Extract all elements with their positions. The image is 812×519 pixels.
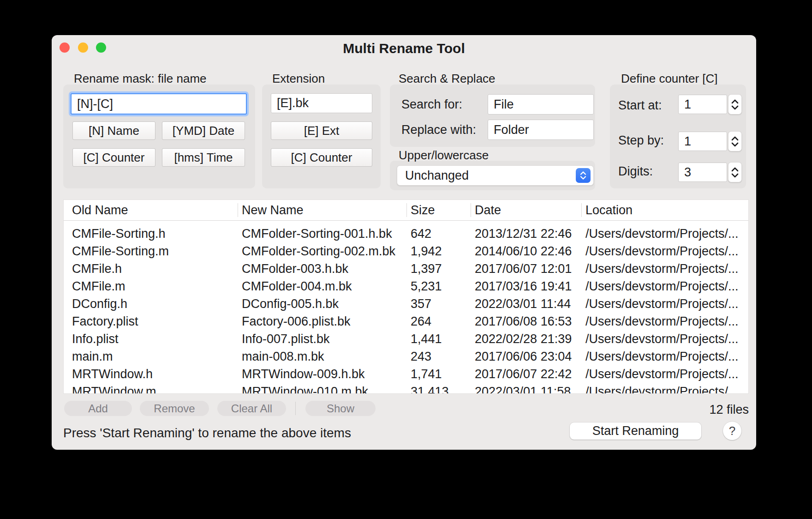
table-row[interactable]: CMFile-Sorting.mCMFolder-Sorting-002.m.b…	[64, 242, 748, 260]
case-select[interactable]: Unchanged	[397, 165, 594, 186]
table-cell-old-name: CMFile.h	[64, 262, 238, 276]
table-row[interactable]: CMFile.hCMFolder-003.h.bk1,3972017/06/07…	[64, 260, 748, 278]
extension-input[interactable]	[271, 93, 372, 113]
table-cell-new-name: CMFolder-004.m.bk	[238, 279, 406, 294]
table-cell-new-name: main-008.m.bk	[238, 350, 406, 364]
file-table: Old Name New Name Size Date Location CMF…	[63, 199, 749, 394]
digits-input[interactable]	[678, 163, 727, 182]
table-row[interactable]: Info.plistInfo-007.plist.bk1,4412022/02/…	[64, 330, 748, 348]
help-button[interactable]: ?	[723, 422, 741, 440]
digits-stepper[interactable]	[728, 162, 742, 182]
start-at-stepper[interactable]	[728, 94, 742, 115]
column-header-old-name[interactable]: Old Name	[64, 200, 238, 220]
search-replace-section-label: Search & Replace	[399, 72, 496, 86]
table-cell-date: 2017/06/07 22:42	[471, 367, 581, 381]
table-cell-date: 2022/03/01 11:44	[471, 297, 581, 311]
counter-section-label: Define counter [C]	[621, 72, 718, 86]
insert-date-button[interactable]: [YMD] Date	[162, 121, 245, 140]
column-header-date[interactable]: Date	[471, 200, 581, 220]
table-cell-size: 642	[406, 227, 471, 241]
table-row[interactable]: DConfig.hDConfig-005.h.bk3572022/03/01 1…	[64, 295, 748, 313]
table-cell-new-name: MRTWindow-010.m.bk	[238, 385, 406, 394]
clear-all-button[interactable]: Clear All	[217, 401, 286, 416]
table-row[interactable]: MRTWindow.hMRTWindow-009.h.bk1,7412017/0…	[64, 365, 748, 383]
chevron-down-icon	[731, 105, 739, 110]
start-renaming-button[interactable]: Start Renaming	[570, 422, 701, 440]
table-row[interactable]: MRTWindow.mMRTWindow-010.m.bk31,4132022/…	[64, 383, 748, 394]
table-cell-location: /Users/devstorm/Projects/...	[581, 385, 748, 394]
step-by-input[interactable]	[678, 132, 727, 151]
table-cell-size: 1,741	[406, 367, 471, 381]
table-cell-date: 2022/03/01 11:58	[471, 385, 581, 394]
table-cell-size: 1,397	[406, 262, 471, 276]
footer-divider	[295, 402, 296, 415]
column-header-size[interactable]: Size	[406, 200, 471, 220]
app-window: Multi Rename Tool Rename mask: file name…	[52, 35, 756, 450]
table-cell-location: /Users/devstorm/Projects/...	[581, 367, 748, 381]
table-cell-location: /Users/devstorm/Projects/...	[581, 262, 748, 276]
column-header-location[interactable]: Location	[581, 200, 748, 220]
table-row[interactable]: CMFile.mCMFolder-004.m.bk5,2312017/03/16…	[64, 278, 748, 295]
column-header-new-name[interactable]: New Name	[238, 200, 406, 220]
remove-button[interactable]: Remove	[140, 401, 209, 416]
table-cell-size: 264	[406, 314, 471, 329]
table-cell-size: 1,942	[406, 244, 471, 259]
table-cell-location: /Users/devstorm/Projects/...	[581, 227, 748, 241]
insert-name-button[interactable]: [N] Name	[72, 121, 155, 140]
rename-mask-input[interactable]	[71, 93, 247, 115]
replace-with-label: Replace with:	[401, 123, 476, 137]
add-button[interactable]: Add	[64, 401, 132, 416]
table-cell-date: 2017/06/07 12:01	[471, 262, 581, 276]
insert-time-button[interactable]: [hms] Time	[162, 148, 245, 167]
start-at-label: Start at:	[618, 98, 662, 113]
table-cell-old-name: Info.plist	[64, 332, 238, 346]
rename-mask-section-label: Rename mask: file name	[74, 72, 207, 86]
table-cell-date: 2022/02/28 21:39	[471, 332, 581, 346]
table-cell-old-name: CMFile.m	[64, 279, 238, 294]
table-cell-date: 2017/06/06 23:04	[471, 350, 581, 364]
table-cell-new-name: Info-007.plist.bk	[238, 332, 406, 346]
table-cell-location: /Users/devstorm/Projects/...	[581, 314, 748, 329]
case-label: Upper/lowercase	[399, 148, 489, 163]
search-for-input[interactable]	[488, 94, 594, 115]
table-cell-date: 2017/03/16 19:41	[471, 279, 581, 294]
table-row[interactable]: Factory.plistFactory-006.plist.bk2642017…	[64, 313, 748, 330]
chevron-up-icon	[731, 167, 739, 172]
step-by-label: Step by:	[618, 133, 664, 148]
table-cell-size: 243	[406, 350, 471, 364]
select-arrows-icon	[576, 168, 591, 183]
table-cell-old-name: MRTWindow.h	[64, 367, 238, 381]
case-select-value: Unchanged	[405, 169, 469, 183]
insert-ext-counter-button[interactable]: [C] Counter	[271, 148, 372, 167]
insert-counter-button[interactable]: [C] Counter	[72, 148, 155, 167]
table-cell-new-name: MRTWindow-009.h.bk	[238, 367, 406, 381]
extension-section-label: Extension	[272, 72, 325, 86]
table-cell-new-name: CMFolder-003.h.bk	[238, 262, 406, 276]
replace-with-input[interactable]	[488, 120, 594, 140]
table-row[interactable]: CMFile-Sorting.hCMFolder-Sorting-001.h.b…	[64, 225, 748, 242]
show-button[interactable]: Show	[305, 401, 376, 416]
table-row[interactable]: main.mmain-008.m.bk2432017/06/06 23:04/U…	[64, 348, 748, 365]
table-cell-location: /Users/devstorm/Projects/...	[581, 244, 748, 259]
digits-label: Digits:	[618, 164, 653, 179]
status-text: Press 'Start Renaming' to rename the abo…	[63, 426, 351, 441]
table-cell-new-name: Factory-006.plist.bk	[238, 314, 406, 329]
table-body: CMFile-Sorting.hCMFolder-Sorting-001.h.b…	[64, 221, 748, 394]
table-cell-size: 357	[406, 297, 471, 311]
table-cell-old-name: MRTWindow.m	[64, 385, 238, 394]
table-cell-size: 31,413	[406, 385, 471, 394]
search-for-label: Search for:	[401, 97, 462, 112]
chevron-up-icon	[731, 136, 739, 141]
table-cell-date: 2014/06/10 22:46	[471, 244, 581, 259]
insert-ext-button[interactable]: [E] Ext	[271, 121, 372, 140]
table-cell-old-name: DConfig.h	[64, 297, 238, 311]
table-cell-location: /Users/devstorm/Projects/...	[581, 297, 748, 311]
table-header: Old Name New Name Size Date Location	[64, 200, 748, 221]
table-cell-location: /Users/devstorm/Projects/...	[581, 350, 748, 364]
table-cell-location: /Users/devstorm/Projects/...	[581, 279, 748, 294]
table-cell-old-name: main.m	[64, 350, 238, 364]
step-by-stepper[interactable]	[728, 131, 742, 151]
table-cell-date: 2017/06/08 16:53	[471, 314, 581, 329]
start-at-input[interactable]	[678, 95, 727, 114]
table-cell-new-name: DConfig-005.h.bk	[238, 297, 406, 311]
